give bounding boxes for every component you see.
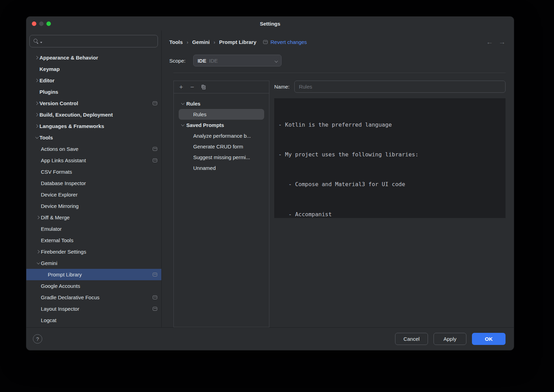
- modified-indicator-icon: [153, 295, 157, 299]
- ok-button[interactable]: OK: [472, 333, 506, 345]
- chevron-right-icon: [36, 250, 39, 254]
- sidebar-item-app-links-assistant[interactable]: App Links Assistant: [26, 155, 161, 166]
- sidebar-item-external-tools[interactable]: External Tools: [26, 235, 161, 246]
- sidebar-item-device-mirroring[interactable]: Device Mirroring: [26, 200, 161, 212]
- prompt-item-generate-crud-form[interactable]: Generate CRUD form: [174, 141, 269, 152]
- editor-line: - My project uses the following librarie…: [278, 150, 501, 160]
- back-arrow-icon[interactable]: ←: [486, 38, 493, 46]
- sidebar-item-device-explorer[interactable]: Device Explorer: [26, 189, 161, 200]
- search-icon: [33, 38, 39, 44]
- editor-line: - Kotlin is the preferred language: [278, 120, 501, 130]
- name-input[interactable]: [294, 81, 506, 93]
- scope-label: Scope:: [169, 58, 186, 64]
- chevron-down-icon: [35, 135, 38, 139]
- remove-prompt-button[interactable]: −: [187, 82, 197, 92]
- settings-window: Settings Appearance & Behavior Keymap: [26, 17, 514, 350]
- prompt-item-suggest-missing-permissions[interactable]: Suggest missing permi...: [174, 152, 269, 163]
- section-divider: [173, 73, 506, 73]
- chevron-down-icon: [275, 59, 278, 63]
- breadcrumb-separator: ›: [187, 39, 188, 45]
- prompt-list-panel: + − Rules: [173, 81, 269, 327]
- editor-line: - Compose and Material3 for UI code: [278, 180, 501, 190]
- sidebar-item-google-accounts[interactable]: Google Accounts: [26, 280, 161, 292]
- editor-line: - Accompanist: [278, 210, 501, 218]
- sidebar-item-emulator[interactable]: Emulator: [26, 223, 161, 235]
- prompt-item-rules[interactable]: Rules: [179, 109, 264, 120]
- sidebar-item-prompt-library[interactable]: Prompt Library: [26, 269, 161, 280]
- chevron-down-icon: [36, 261, 40, 264]
- name-label: Name:: [274, 84, 289, 90]
- sidebar-item-keymap[interactable]: Keymap: [26, 63, 161, 75]
- breadcrumb-prompt-library[interactable]: Prompt Library: [219, 39, 257, 45]
- scope-row: Scope: IDE IDE: [169, 55, 506, 66]
- prompt-item-analyze-performance[interactable]: Analyze performance b...: [174, 130, 269, 141]
- sidebar-item-version-control[interactable]: Version Control: [26, 98, 161, 109]
- breadcrumb-separator: ›: [214, 39, 215, 45]
- sidebar-item-gemini[interactable]: Gemini: [26, 257, 161, 269]
- add-prompt-button[interactable]: +: [176, 82, 186, 92]
- scope-value: IDE: [209, 58, 218, 64]
- modified-indicator-icon: [153, 273, 157, 276]
- modified-indicator-icon: [153, 158, 157, 162]
- sidebar-item-diff-merge[interactable]: Diff & Merge: [26, 212, 161, 223]
- chevron-right-icon: [35, 125, 38, 128]
- copy-icon: [200, 84, 206, 90]
- chevron-right-icon: [35, 113, 38, 117]
- sidebar-item-tools[interactable]: Tools: [26, 132, 161, 143]
- settings-content-panel: Tools › Gemini › Prompt Library Revert c…: [162, 30, 514, 327]
- modified-indicator-icon: [153, 147, 157, 151]
- modified-indicator-icon: [153, 307, 157, 311]
- sidebar-item-firebender-settings[interactable]: Firebender Settings: [26, 246, 161, 257]
- modified-indicator-icon: [153, 101, 157, 105]
- prompt-group-rules[interactable]: Rules: [174, 98, 269, 109]
- duplicate-prompt-button[interactable]: [198, 82, 208, 92]
- sidebar-item-editor[interactable]: Editor: [26, 75, 161, 86]
- prompt-text-editor[interactable]: - Kotlin is the preferred language - My …: [274, 98, 506, 218]
- revert-changes-link[interactable]: Revert changes: [270, 39, 307, 45]
- prompt-form: Name: - Kotlin is the preferred language…: [274, 81, 506, 327]
- dialog-footer: ? Cancel Apply OK: [26, 327, 514, 350]
- chevron-right-icon: [35, 102, 38, 105]
- breadcrumb: Tools › Gemini › Prompt Library Revert c…: [169, 36, 506, 48]
- chevron-down-icon: [181, 123, 184, 126]
- cancel-button[interactable]: Cancel: [395, 333, 428, 345]
- search-options-caret-icon: [40, 42, 42, 43]
- sidebar-item-actions-on-save[interactable]: Actions on Save: [26, 143, 161, 155]
- breadcrumb-tools[interactable]: Tools: [169, 39, 183, 45]
- settings-tree: Appearance & Behavior Keymap Editor Plug…: [26, 51, 161, 327]
- sidebar-item-languages-frameworks[interactable]: Languages & Frameworks: [26, 120, 161, 132]
- prompt-item-unnamed[interactable]: Unnamed: [174, 163, 269, 173]
- prompt-list-toolbar: + −: [174, 81, 269, 93]
- sidebar-item-appearance-behavior[interactable]: Appearance & Behavior: [26, 52, 161, 63]
- sidebar-item-plugins[interactable]: Plugins: [26, 86, 161, 98]
- modified-indicator-icon: [263, 40, 268, 44]
- sidebar-item-gradle-declarative-focus[interactable]: Gradle Declarative Focus: [26, 292, 161, 303]
- chevron-down-icon: [181, 101, 184, 105]
- sidebar-item-build-execution-deployment[interactable]: Build, Execution, Deployment: [26, 109, 161, 120]
- prompt-tree: Rules Rules Saved Prompts Analyze perfor…: [174, 93, 269, 173]
- sidebar-item-layout-inspector[interactable]: Layout Inspector: [26, 303, 161, 314]
- help-button[interactable]: ?: [33, 334, 42, 344]
- prompt-group-saved-prompts[interactable]: Saved Prompts: [174, 120, 269, 130]
- apply-button[interactable]: Apply: [434, 333, 466, 345]
- scope-value-prefix: IDE: [198, 58, 206, 64]
- window-title: Settings: [26, 21, 514, 27]
- scope-dropdown[interactable]: IDE IDE: [193, 55, 282, 66]
- chevron-right-icon: [35, 56, 38, 60]
- forward-arrow-icon[interactable]: →: [499, 38, 506, 46]
- sidebar-item-csv-formats[interactable]: CSV Formats: [26, 166, 161, 177]
- chevron-right-icon: [35, 79, 38, 82]
- search-input[interactable]: [29, 35, 158, 47]
- sidebar-item-logcat[interactable]: Logcat: [26, 314, 161, 326]
- breadcrumb-gemini[interactable]: Gemini: [192, 39, 210, 45]
- settings-sidebar: Appearance & Behavior Keymap Editor Plug…: [26, 30, 162, 327]
- sidebar-item-database-inspector[interactable]: Database Inspector: [26, 177, 161, 189]
- chevron-right-icon: [36, 216, 39, 219]
- title-bar: Settings: [26, 17, 514, 30]
